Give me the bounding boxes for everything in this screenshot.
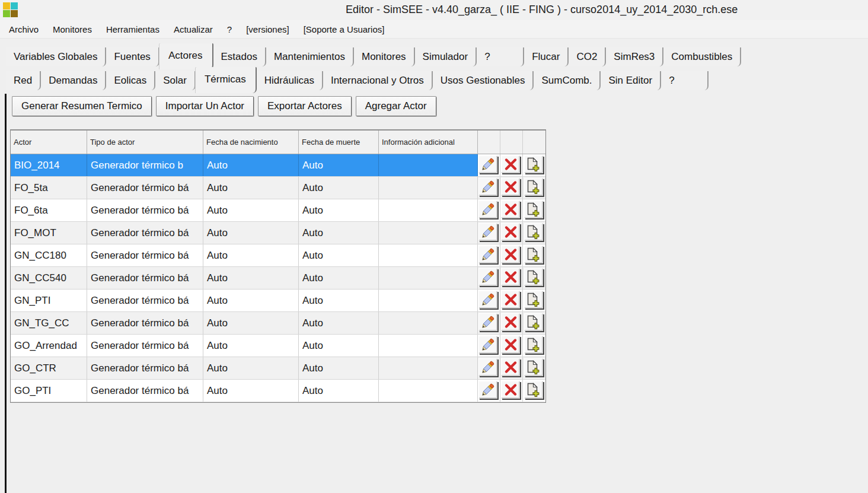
edit-actor-button[interactable] (478, 201, 497, 218)
delete-actor-button[interactable] (501, 178, 520, 196)
primary-tab-mantenimientos[interactable]: Mantenimientos (266, 47, 354, 66)
secondary-tab-internacional-y-otros[interactable]: Internacional y Otros (323, 71, 433, 90)
edit-actor-button[interactable] (478, 155, 497, 173)
secondary-tab-demandas[interactable]: Demandas (41, 71, 106, 90)
logo-square-1 (11, 2, 18, 9)
primary-tab-combustibles[interactable]: Combustibles (663, 47, 741, 66)
generar-resumen-termico-button[interactable]: Generar Resumen Termico (12, 96, 152, 116)
delete-actor-button[interactable] (501, 246, 520, 263)
actor-row-gn-cc540[interactable]: GN_CC540Generador térmico báAutoAuto (11, 267, 545, 290)
secondary-tab-hidr-ulicas[interactable]: Hidráulicas (257, 71, 323, 90)
action-cell (500, 222, 523, 244)
doc-plus-icon (526, 270, 540, 284)
primary-tab-estados[interactable]: Estados (213, 47, 266, 66)
menu-item-monitores[interactable]: Monitores (46, 22, 99, 37)
cell-muerte: Auto (299, 177, 379, 199)
actor-row-fo-mot[interactable]: FO_MOTGenerador térmico báAutoAuto (11, 222, 545, 244)
secondary-tab-sumcomb[interactable]: SumComb. (534, 71, 601, 90)
importar-un-actor-button[interactable]: Importar Un Actor (156, 96, 254, 116)
duplicate-actor-button[interactable] (524, 291, 543, 308)
edit-actor-button[interactable] (478, 268, 497, 286)
duplicate-actor-button[interactable] (524, 358, 543, 376)
delete-actor-button[interactable] (501, 313, 520, 331)
edit-actor-button[interactable] (478, 246, 497, 263)
cell-info (379, 357, 478, 379)
delete-actor-button[interactable] (501, 201, 520, 218)
primary-tab-monitores[interactable]: Monitores (354, 47, 415, 66)
duplicate-actor-button[interactable] (524, 201, 543, 218)
pencil-icon (481, 271, 495, 284)
delete-actor-button[interactable] (501, 223, 520, 241)
actor-row-gn-tg-cc[interactable]: GN_TG_CCGenerador térmico báAutoAuto (11, 312, 545, 335)
cell-actor: GN_CC180 (11, 244, 87, 266)
edit-actor-button[interactable] (478, 313, 497, 331)
actor-row-go-ctr[interactable]: GO_CTRGenerador térmico báAutoAuto (11, 357, 545, 380)
app-logo-icon (3, 2, 18, 17)
cell-nacimiento: Auto (203, 357, 299, 379)
cell-muerte: Auto (299, 199, 379, 221)
secondary-tab-eolicas[interactable]: Eolicas (106, 71, 155, 90)
doc-plus-icon (526, 225, 540, 239)
primary-tab-simres3[interactable]: SimRes3 (606, 47, 663, 66)
secondary-tab-q[interactable]: ? (661, 71, 709, 90)
duplicate-actor-button[interactable] (524, 155, 543, 173)
actor-row-fo-5ta[interactable]: FO_5taGenerador térmico báAutoAuto (11, 177, 545, 199)
duplicate-actor-button[interactable] (524, 268, 543, 286)
menu-item-q[interactable]: ? (220, 22, 239, 37)
primary-tab-actores[interactable]: Actores (159, 43, 213, 69)
delete-actor-button[interactable] (501, 268, 520, 286)
edit-actor-button[interactable] (478, 358, 497, 376)
actor-row-bio-2014[interactable]: BIO_2014Generador térmico bAutoAuto (11, 154, 545, 177)
duplicate-actor-button[interactable] (524, 223, 543, 241)
duplicate-actor-button[interactable] (524, 178, 543, 196)
duplicate-actor-button[interactable] (524, 381, 543, 399)
primary-tab-simulador[interactable]: Simulador (415, 47, 477, 66)
edit-actor-button[interactable] (478, 223, 497, 241)
action-cell (523, 222, 545, 244)
doc-plus-icon (526, 360, 540, 374)
duplicate-actor-button[interactable] (524, 336, 543, 354)
actor-row-fo-6ta[interactable]: FO_6taGenerador térmico báAutoAuto (11, 199, 545, 222)
primary-tab-fuentes[interactable]: Fuentes (106, 47, 159, 66)
duplicate-actor-button[interactable] (524, 246, 543, 263)
pencil-icon (481, 203, 495, 217)
delete-actor-button[interactable] (501, 155, 520, 173)
edit-actor-button[interactable] (478, 178, 497, 196)
primary-tab-flucar[interactable]: Flucar (524, 47, 569, 66)
delete-actor-button[interactable] (501, 381, 520, 399)
primary-tab-variables-globales[interactable]: Variables Globales (6, 47, 106, 66)
secondary-tab-solar[interactable]: Solar (155, 71, 196, 90)
menu-item-archivo[interactable]: Archivo (2, 22, 46, 37)
edit-actor-button[interactable] (478, 336, 497, 354)
menu-item-herramientas[interactable]: Herramientas (99, 22, 167, 37)
actor-row-gn-pti[interactable]: GN_PTIGenerador térmico báAutoAuto (11, 290, 545, 312)
primary-tab-co2[interactable]: CO2 (569, 47, 606, 66)
delete-actor-button[interactable] (501, 336, 520, 354)
action-cell (478, 222, 500, 244)
edit-actor-button[interactable] (478, 381, 497, 399)
actor-row-go-pti[interactable]: GO_PTIGenerador térmico báAutoAuto (11, 380, 545, 402)
menu-item-soporte-a-usuarios[interactable]: [Soporte a Usuarios] (296, 22, 392, 37)
agregar-actor-button[interactable]: Agregar Actor (356, 96, 436, 116)
cell-tipo: Generador térmico bá (87, 380, 203, 402)
secondary-tab-strip: RedDemandasEolicasSolarTérmicasHidráulic… (6, 71, 709, 93)
cell-nacimiento: Auto (203, 290, 299, 311)
exportar-actores-button[interactable]: Exportar Actores (258, 96, 352, 116)
secondary-tab-red[interactable]: Red (6, 71, 41, 90)
actor-row-gn-cc180[interactable]: GN_CC180Generador térmico báAutoAuto (11, 244, 545, 267)
actor-row-go-arrendad[interactable]: GO_ArrendadGenerador térmico báAutoAuto (11, 335, 545, 357)
duplicate-actor-button[interactable] (524, 313, 543, 331)
menu-item-versiones[interactable]: [versiones] (239, 22, 296, 37)
title-bar: Editor - SimSEE - v4.40_garza_ ( IIE - F… (0, 0, 868, 20)
cell-muerte: Auto (299, 357, 379, 379)
primary-tab-q[interactable]: ? (477, 47, 524, 66)
delete-actor-button[interactable] (501, 358, 520, 376)
action-cell (478, 290, 500, 311)
column-header-informaci-n-adicional: Información adicional (379, 131, 478, 154)
menu-item-actualizar[interactable]: Actualizar (167, 22, 220, 37)
secondary-tab-sin-editor[interactable]: Sin Editor (601, 71, 661, 90)
edit-actor-button[interactable] (478, 291, 497, 308)
secondary-tab-t-rmicas[interactable]: Térmicas (196, 67, 257, 93)
delete-actor-button[interactable] (501, 291, 520, 308)
secondary-tab-usos-gestionables[interactable]: Usos Gestionables (433, 71, 534, 90)
